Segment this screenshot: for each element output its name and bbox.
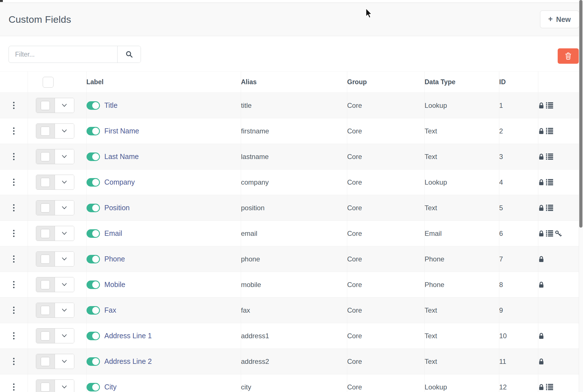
row-checkbox[interactable] — [36, 149, 55, 164]
row-dropdown-toggle[interactable] — [55, 329, 74, 343]
field-label-link[interactable]: Phone — [104, 255, 125, 263]
row-dropdown-toggle[interactable] — [55, 252, 74, 266]
field-data-type: Text — [424, 144, 499, 170]
field-label-link[interactable]: Address Line 2 — [104, 357, 152, 366]
table-row: Address Line 1 address1 Core Text 10 — [0, 323, 583, 349]
row-dropdown-toggle[interactable] — [55, 201, 74, 215]
published-toggle[interactable] — [87, 204, 100, 212]
field-data-type: Text — [424, 118, 499, 144]
row-menu-kebab-icon[interactable] — [11, 255, 16, 263]
published-toggle[interactable] — [87, 383, 100, 391]
field-label-link[interactable]: Position — [104, 204, 130, 212]
row-dropdown-toggle[interactable] — [55, 175, 74, 189]
row-menu-kebab-icon[interactable] — [11, 358, 16, 365]
row-select-split-button — [36, 123, 74, 139]
new-button[interactable]: + New — [540, 11, 579, 28]
row-checkbox[interactable] — [36, 380, 55, 392]
row-checkbox[interactable] — [36, 226, 55, 241]
row-dropdown-toggle[interactable] — [55, 354, 74, 369]
field-alias: phone — [241, 246, 347, 272]
table-row: Address Line 2 address2 Core Text 11 — [0, 349, 583, 374]
table-header: Label Alias Group Data Type ID — [0, 72, 583, 93]
row-menu-kebab-icon[interactable] — [11, 102, 16, 109]
row-dropdown-toggle[interactable] — [55, 380, 74, 392]
row-menu-kebab-icon[interactable] — [11, 307, 16, 314]
row-dropdown-toggle[interactable] — [55, 149, 74, 164]
published-toggle[interactable] — [87, 306, 100, 315]
row-checkbox[interactable] — [36, 354, 55, 369]
row-checkbox[interactable] — [36, 201, 55, 215]
published-toggle[interactable] — [87, 357, 100, 366]
field-label-link[interactable]: Fax — [104, 306, 116, 314]
search-button[interactable] — [117, 46, 141, 63]
field-label-link[interactable]: City — [104, 383, 117, 391]
row-menu-kebab-icon[interactable] — [11, 230, 16, 237]
field-data-type: Phone — [424, 272, 499, 298]
field-label-link[interactable]: Mobile — [104, 280, 126, 289]
row-checkbox[interactable] — [36, 252, 55, 266]
row-menu-kebab-icon[interactable] — [11, 332, 16, 339]
field-label-link[interactable]: First Name — [104, 127, 139, 135]
published-toggle[interactable] — [87, 280, 100, 289]
row-menu-kebab-icon[interactable] — [11, 383, 16, 391]
field-id: 4 — [499, 170, 538, 195]
field-alias: firstname — [241, 118, 347, 144]
table-row: Company company Core Lookup 4 — [0, 170, 583, 195]
field-group: Core — [347, 323, 424, 349]
header-actions-column — [0, 72, 28, 93]
lock-icon — [538, 230, 544, 237]
row-checkbox[interactable] — [36, 303, 55, 317]
row-select-split-button — [36, 303, 74, 318]
row-select-split-button — [36, 354, 74, 369]
row-menu-kebab-icon[interactable] — [11, 281, 16, 288]
row-menu-kebab-icon[interactable] — [11, 153, 16, 160]
list-icon — [546, 179, 553, 185]
lock-icon — [538, 281, 544, 288]
top-strip — [0, 0, 583, 3]
row-checkbox[interactable] — [36, 124, 55, 138]
list-icon — [546, 102, 553, 109]
row-dropdown-toggle[interactable] — [55, 226, 74, 241]
row-menu-kebab-icon[interactable] — [11, 179, 16, 186]
row-dropdown-toggle[interactable] — [55, 277, 74, 292]
row-checkbox[interactable] — [36, 175, 55, 189]
field-alias: title — [241, 93, 347, 118]
published-toggle[interactable] — [87, 152, 100, 161]
table-body: Title title Core Lookup 1 — [0, 93, 583, 392]
field-label-link[interactable]: Company — [104, 178, 135, 186]
column-header-group: Group — [347, 72, 424, 93]
field-label-link[interactable]: Last Name — [104, 152, 139, 161]
field-group: Core — [347, 144, 424, 170]
row-select-split-button — [36, 200, 74, 215]
published-toggle[interactable] — [87, 178, 100, 187]
field-label-link[interactable]: Title — [104, 101, 118, 110]
row-select-split-button — [36, 328, 74, 343]
row-dropdown-toggle[interactable] — [55, 124, 74, 138]
row-checkbox[interactable] — [36, 98, 55, 113]
field-group: Core — [347, 118, 424, 144]
published-toggle[interactable] — [87, 229, 100, 238]
published-toggle[interactable] — [87, 101, 100, 110]
filter-input[interactable] — [9, 46, 117, 63]
vertical-scrollbar-track[interactable] — [579, 0, 583, 392]
row-dropdown-toggle[interactable] — [55, 303, 74, 317]
row-checkbox[interactable] — [36, 329, 55, 343]
select-all-checkbox[interactable] — [43, 77, 54, 88]
field-id: 10 — [499, 323, 538, 349]
delete-selected-button[interactable] — [558, 48, 579, 64]
published-toggle[interactable] — [87, 332, 100, 340]
row-menu-kebab-icon[interactable] — [11, 204, 16, 211]
field-label-link[interactable]: Email — [104, 229, 122, 238]
list-icon — [546, 384, 553, 390]
published-toggle[interactable] — [87, 255, 100, 263]
custom-fields-table: Label Alias Group Data Type ID — [0, 71, 583, 392]
vertical-scrollbar-thumb[interactable] — [579, 0, 582, 228]
row-dropdown-toggle[interactable] — [55, 98, 74, 113]
row-menu-kebab-icon[interactable] — [11, 127, 16, 135]
table-row: Title title Core Lookup 1 — [0, 93, 583, 118]
row-select-split-button — [36, 98, 74, 113]
published-toggle[interactable] — [87, 127, 100, 135]
field-data-type: Lookup — [424, 170, 499, 195]
field-label-link[interactable]: Address Line 1 — [104, 332, 152, 340]
row-checkbox[interactable] — [36, 277, 55, 292]
